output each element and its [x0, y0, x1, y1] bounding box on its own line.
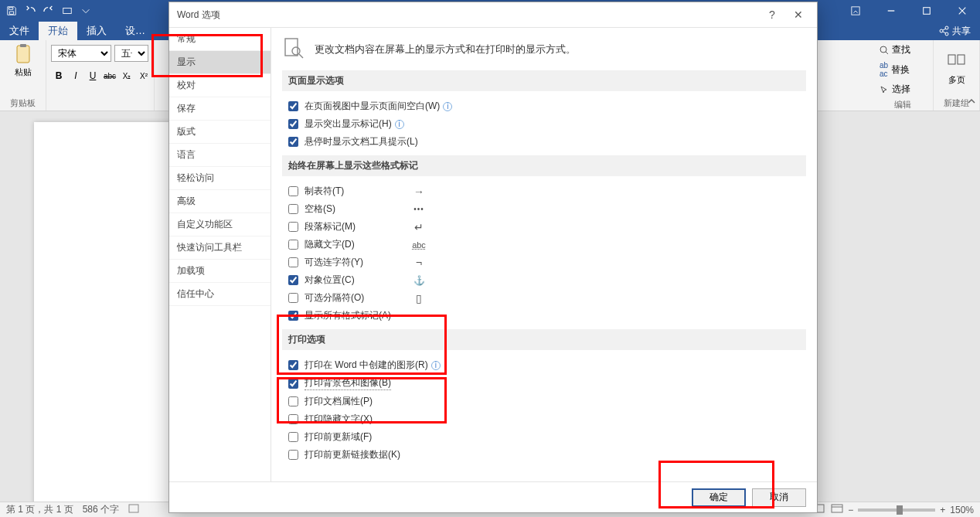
cancel-button[interactable]: 取消 [752, 488, 806, 507]
select-button[interactable]: 选择 [876, 81, 914, 97]
checkbox-print-fields[interactable] [288, 432, 298, 442]
sidebar-item-proofing[interactable]: 校对 [169, 74, 271, 97]
save-icon[interactable] [3, 2, 20, 19]
opt-tooltips[interactable]: 悬停时显示文档工具提示(L) [282, 133, 806, 151]
info-icon[interactable]: i [443, 102, 452, 111]
checkbox-para[interactable] [288, 222, 298, 232]
opt-print-background[interactable]: 打印背景色和图像(B) [282, 374, 806, 393]
opt-print-fields[interactable]: 打印前更新域(F) [282, 428, 806, 446]
dialog-close-icon[interactable]: ✕ [788, 5, 809, 24]
share-button[interactable]: 共享 [929, 22, 980, 40]
sidebar-item-qat[interactable]: 快速访问工具栏 [169, 236, 271, 260]
bold-button[interactable]: B [51, 68, 66, 83]
sidebar-item-advanced[interactable]: 高级 [169, 190, 271, 213]
sidebar-item-format[interactable]: 版式 [169, 121, 271, 144]
undo-icon[interactable] [22, 2, 39, 19]
checkbox-print-drawings[interactable] [288, 360, 298, 370]
tab-insert[interactable]: 插入 [77, 22, 116, 40]
sidebar-item-ease[interactable]: 轻松访问 [169, 167, 271, 190]
checkbox-hidden[interactable] [288, 240, 298, 250]
checkbox-tooltips[interactable] [288, 137, 298, 147]
ribbon-display-options-icon[interactable] [838, 0, 873, 22]
dialog-help-icon[interactable]: ? [761, 5, 783, 24]
opt-space-char[interactable]: 空格(S)••• [282, 200, 437, 218]
opt-print-hidden[interactable]: 打印隐藏文字(X) [282, 410, 806, 428]
info-icon[interactable]: i [431, 361, 441, 370]
opt-print-links[interactable]: 打印前更新链接数据(K) [282, 446, 806, 464]
opt-show-all-marks[interactable]: 显示所有格式标记(A) [282, 307, 806, 325]
find-button[interactable]: 查找 [876, 42, 914, 58]
opt-hidden-text[interactable]: 隐藏文字(D)abc [282, 236, 437, 253]
tab-file[interactable]: 文件 [0, 22, 39, 40]
checkbox-whitespace[interactable] [288, 101, 298, 111]
status-page[interactable]: 第 1 页，共 1 页 [6, 503, 73, 516]
checkbox-hyphen[interactable] [288, 257, 298, 267]
multipage-button[interactable]: 多页 [943, 49, 971, 89]
opt-print-drawings[interactable]: 打印在 Word 中创建的图形(R)i [282, 356, 806, 374]
font-size-select[interactable]: 五号 [114, 45, 148, 62]
tab-home[interactable]: 开始 [39, 22, 77, 40]
qat-more-icon[interactable] [77, 2, 94, 19]
paste-button[interactable]: 粘贴 [11, 42, 36, 80]
checkbox-print-background[interactable] [288, 379, 298, 389]
svg-line-10 [886, 52, 888, 54]
strikethrough-button[interactable]: abc [102, 68, 117, 83]
sidebar-item-customize-ribbon[interactable]: 自定义功能区 [169, 213, 271, 236]
dialog-titlebar: Word 选项 ? ✕ [169, 2, 817, 27]
svg-rect-16 [832, 505, 842, 512]
label-para: 段落标记(M) [305, 220, 356, 233]
opt-opt-hyphen[interactable]: 可选连字符(Y)¬ [282, 253, 437, 271]
share-icon [938, 26, 949, 36]
opt-anchor[interactable]: 对象位置(C)⚓ [282, 271, 437, 289]
pointer-icon [880, 85, 889, 94]
subscript-button[interactable]: X₂ [119, 68, 134, 83]
field-icon[interactable] [59, 2, 76, 19]
info-icon[interactable]: i [395, 120, 404, 129]
close-icon[interactable] [944, 0, 980, 22]
collapse-ribbon-icon[interactable] [966, 96, 977, 109]
sidebar-item-trust[interactable]: 信任中心 [169, 283, 271, 306]
checkbox-print-props[interactable] [288, 396, 298, 406]
opt-highlight[interactable]: 显示突出显示标记(H)i [282, 115, 806, 133]
svg-rect-11 [948, 55, 955, 64]
zoom-in-button[interactable]: + [940, 505, 945, 515]
replace-button[interactable]: abac 替换 [876, 60, 914, 80]
label-tooltips: 悬停时显示文档工具提示(L) [305, 135, 418, 148]
checkbox-space[interactable] [288, 204, 298, 214]
checkbox-print-links[interactable] [288, 450, 298, 460]
sidebar-item-general[interactable]: 常规 [169, 28, 271, 51]
checkbox-optbreak[interactable] [288, 293, 298, 303]
italic-button[interactable]: I [68, 68, 83, 83]
ok-button[interactable]: 确定 [692, 488, 746, 507]
zoom-slider[interactable] [858, 508, 935, 512]
sidebar-item-display[interactable]: 显示 [169, 51, 271, 74]
zoom-out-button[interactable]: − [848, 505, 853, 515]
font-name-select[interactable]: 宋体 [51, 45, 111, 62]
status-wordcount[interactable]: 586 个字 [83, 503, 119, 516]
underline-button[interactable]: U [85, 68, 100, 83]
sidebar-item-save[interactable]: 保存 [169, 97, 271, 121]
checkbox-tab[interactable] [288, 186, 298, 196]
status-proofing-icon[interactable] [128, 504, 139, 515]
opt-opt-break[interactable]: 可选分隔符(O)▯ [282, 289, 437, 307]
opt-tab-char[interactable]: 制表符(T)→ [282, 182, 437, 200]
checkbox-anchor[interactable] [288, 275, 298, 285]
opt-print-props[interactable]: 打印文档属性(P) [282, 393, 806, 410]
opt-paragraph-mark[interactable]: 段落标记(M)↵ [282, 218, 437, 236]
tab-design[interactable]: 设… [116, 22, 155, 40]
view-web-icon[interactable] [831, 504, 843, 515]
checkbox-all-marks[interactable] [288, 311, 298, 321]
edit-group-label: 编辑 [876, 97, 928, 111]
zoom-percent[interactable]: 150% [950, 505, 974, 515]
symbol-para: ↵ [407, 221, 430, 233]
superscript-button[interactable]: X² [136, 68, 151, 83]
checkbox-highlight[interactable] [288, 119, 298, 129]
opt-whitespace[interactable]: 在页面视图中显示页面间空白(W)i [282, 97, 806, 115]
redo-icon[interactable] [40, 2, 57, 19]
sidebar-item-addins[interactable]: 加载项 [169, 260, 271, 283]
maximize-icon[interactable] [909, 0, 944, 22]
label-print-links: 打印前更新链接数据(K) [305, 448, 400, 461]
sidebar-item-language[interactable]: 语言 [169, 144, 271, 167]
checkbox-print-hidden[interactable] [288, 414, 298, 424]
minimize-icon[interactable] [873, 0, 909, 22]
